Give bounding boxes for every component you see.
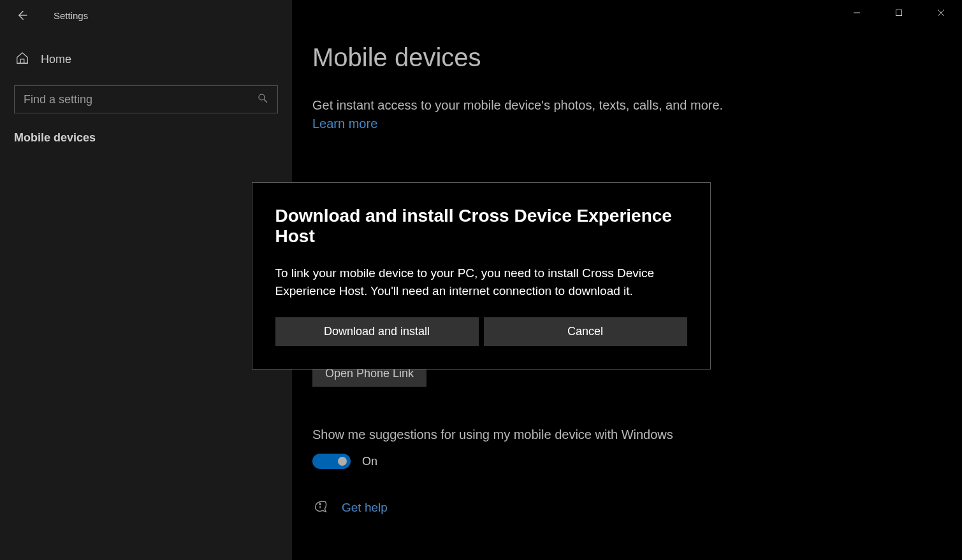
suggestions-toggle[interactable] [312, 454, 351, 469]
maximize-button[interactable] [878, 0, 920, 25]
page-title: Mobile devices [312, 43, 931, 72]
download-install-button[interactable]: Download and install [275, 317, 479, 346]
install-dialog: Download and install Cross Device Experi… [252, 182, 711, 370]
window-controls [836, 0, 962, 25]
home-nav-item[interactable]: Home [14, 45, 278, 74]
intro-text: Get instant access to your mobile device… [312, 96, 931, 114]
get-help-link[interactable]: Get help [342, 501, 388, 515]
toggle-state-label: On [362, 455, 377, 468]
minimize-button[interactable] [836, 0, 878, 25]
svg-line-2 [264, 99, 267, 103]
cancel-button[interactable]: Cancel [484, 317, 687, 346]
search-icon [257, 92, 268, 106]
svg-point-1 [259, 94, 265, 100]
dialog-body: To link your mobile device to your PC, y… [275, 264, 687, 299]
svg-point-7 [319, 503, 321, 505]
search-input[interactable] [24, 93, 257, 106]
learn-more-link[interactable]: Learn more [312, 117, 377, 131]
suggestions-label: Show me suggestions for using my mobile … [312, 427, 931, 442]
search-box[interactable] [14, 85, 278, 113]
toggle-knob [338, 457, 347, 466]
close-button[interactable] [920, 0, 962, 25]
home-label: Home [41, 53, 71, 66]
sidebar: Settings Home [0, 0, 292, 560]
svg-rect-4 [896, 10, 902, 16]
help-icon [312, 499, 329, 516]
app-title: Settings [54, 10, 88, 21]
dialog-title: Download and install Cross Device Experi… [275, 206, 687, 247]
titlebar: Settings [0, 0, 292, 31]
back-button[interactable] [15, 9, 28, 22]
sidebar-category[interactable]: Mobile devices [14, 126, 278, 150]
home-icon [15, 51, 29, 68]
